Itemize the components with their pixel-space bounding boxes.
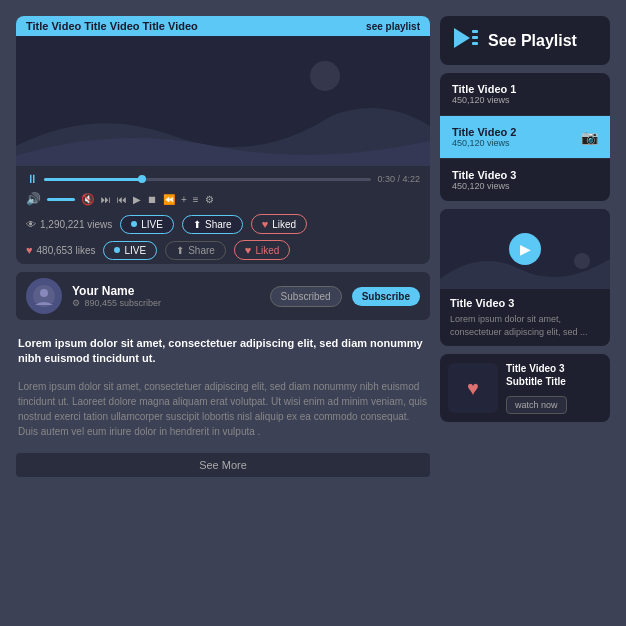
list-icon[interactable]: ≡	[193, 194, 199, 205]
live-button[interactable]: LIVE	[120, 215, 174, 234]
rewind-icon[interactable]: ⏪	[163, 194, 175, 205]
watch-now-button[interactable]: watch now	[506, 396, 567, 414]
controls-row: 🔊 🔇 ⏭ ⏮ ▶ ⏹ ⏪ + ≡ ⚙	[16, 188, 430, 210]
liked-filled-button[interactable]: ♥ Liked	[234, 240, 290, 260]
playlist-item-3-views: 450,120 views	[452, 181, 598, 191]
see-playlist-header[interactable]: See Playlist	[440, 16, 610, 65]
progress-thumb	[138, 175, 146, 183]
stats-row: 👁 1,290,221 views LIVE ⬆ Share ♥ Liked	[16, 210, 430, 238]
channel-info: Your Name ⚙ 890,455 subscriber	[72, 284, 260, 308]
svg-rect-4	[472, 36, 478, 39]
heart-icon-2: ♥	[245, 244, 252, 256]
left-panel: Title Video Title Video Title Video see …	[16, 16, 430, 610]
playlist-item-3-title: Title Video 3	[452, 169, 598, 181]
likes-number: 480,653 likes	[37, 245, 96, 256]
eye-icon: 👁	[26, 219, 36, 230]
add-icon[interactable]: +	[181, 194, 187, 205]
likes-row: ♥ 480,653 likes LIVE ⬆ Share ♥ Liked	[16, 238, 430, 264]
mini-info: Title Video 3 Subtitle Title watch now	[506, 362, 602, 414]
see-more-button[interactable]: See More	[16, 453, 430, 477]
playlist-item-2[interactable]: Title Video 2 450,120 views 📷	[440, 116, 610, 159]
mini-title: Title Video 3 Subtitle Title	[506, 362, 602, 388]
avatar	[26, 278, 62, 314]
share-icon: ⬆	[193, 219, 201, 230]
description-text: Lorem ipsum dolor sit amet, consectetuer…	[16, 379, 430, 439]
mute-icon[interactable]: 🔇	[81, 193, 95, 206]
svg-rect-5	[472, 42, 478, 45]
svg-marker-2	[454, 28, 470, 48]
playlist-item-3[interactable]: Title Video 3 450,120 views	[440, 159, 610, 201]
live-dot-2	[114, 247, 120, 253]
likes-count: ♥ 480,653 likes	[26, 244, 95, 256]
video-card-title: Title Video 3	[450, 297, 600, 309]
play-icon[interactable]: ▶	[133, 194, 141, 205]
video-title: Title Video Title Video Title Video	[26, 20, 198, 32]
skip-forward-icon[interactable]: ⏭	[101, 194, 111, 205]
thumb-circle	[574, 253, 590, 269]
progress-track[interactable]	[44, 178, 371, 181]
heart-small-icon: ♥	[26, 244, 33, 256]
mini-heart-icon: ♥	[467, 377, 479, 400]
playlist-item-1-views: 450,120 views	[452, 95, 598, 105]
playlist-item-1-title: Title Video 1	[452, 83, 598, 95]
video-canvas	[16, 36, 430, 166]
svg-rect-3	[472, 30, 478, 33]
share-button[interactable]: ⬆ Share	[182, 215, 243, 234]
video-card-body: Title Video 3 Lorem ipsum dolor sit amet…	[440, 289, 610, 346]
video-card: ▶ Title Video 3 Lorem ipsum dolor sit am…	[440, 209, 610, 346]
subscribed-button[interactable]: Subscribed	[270, 286, 342, 307]
right-panel: See Playlist Title Video 1 450,120 views…	[440, 16, 610, 610]
svg-point-1	[40, 289, 48, 297]
live-dot	[131, 221, 137, 227]
settings-icon[interactable]: ⚙	[205, 194, 214, 205]
see-playlist-small-btn[interactable]: see playlist	[366, 21, 420, 32]
video-decoration-circle	[310, 61, 340, 91]
views-count: 1,290,221 views	[40, 219, 112, 230]
stop-icon[interactable]: ⏹	[147, 194, 157, 205]
share-outline-button[interactable]: ⬆ Share	[165, 241, 226, 260]
volume-icon[interactable]: 🔊	[26, 192, 41, 206]
mini-card: ♥ Title Video 3 Subtitle Title watch now	[440, 354, 610, 422]
skip-back-icon[interactable]: ⏮	[117, 194, 127, 205]
liked-button[interactable]: ♥ Liked	[251, 214, 307, 234]
playlist-title: See Playlist	[488, 32, 577, 50]
camera-icon: 📷	[581, 129, 598, 145]
mini-thumb: ♥	[448, 363, 498, 413]
views-badge: 👁 1,290,221 views	[26, 219, 112, 230]
video-thumb: ▶	[440, 209, 610, 289]
progress-section: ⏸ 0:30 / 4:22	[16, 166, 430, 188]
heart-icon: ♥	[262, 218, 269, 230]
video-player: Title Video Title Video Title Video see …	[16, 16, 430, 264]
playlist-item-2-title: Title Video 2	[452, 126, 516, 138]
live-outline-button[interactable]: LIVE	[103, 241, 157, 260]
description-bold: Lorem ipsum dolor sit amet, consectetuer…	[16, 332, 430, 371]
playlist-item-2-views: 450,120 views	[452, 138, 516, 148]
video-card-desc: Lorem ipsum dolor sit amet, consectetuer…	[450, 313, 600, 338]
share-icon-2: ⬆	[176, 245, 184, 256]
time-display: 0:30 / 4:22	[377, 174, 420, 184]
playlist-item-1[interactable]: Title Video 1 450,120 views	[440, 73, 610, 116]
subscribe-button[interactable]: Subscribe	[352, 287, 420, 306]
volume-bar[interactable]	[47, 198, 75, 201]
progress-fill	[44, 178, 142, 181]
channel-row: Your Name ⚙ 890,455 subscriber Subscribe…	[16, 272, 430, 320]
playlist-list: Title Video 1 450,120 views Title Video …	[440, 73, 610, 201]
sub-icon: ⚙	[72, 298, 80, 308]
channel-name: Your Name	[72, 284, 260, 298]
subscriber-count: ⚙ 890,455 subscriber	[72, 298, 260, 308]
playlist-icon	[454, 28, 478, 53]
video-title-bar: Title Video Title Video Title Video see …	[16, 16, 430, 36]
pause-button[interactable]: ⏸	[26, 172, 38, 186]
